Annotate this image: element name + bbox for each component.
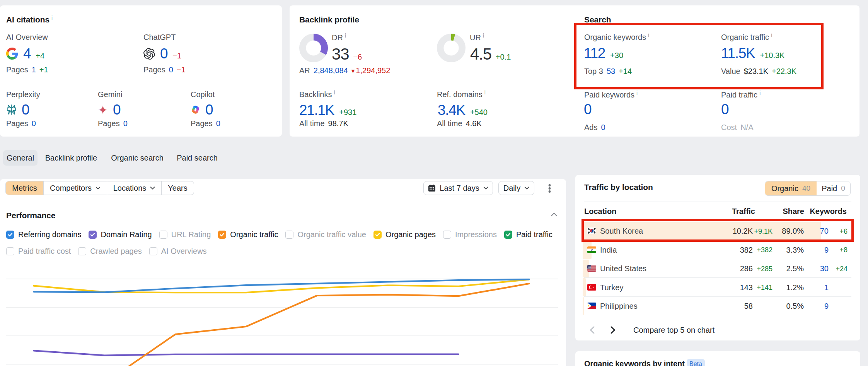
- checkbox-unchecked-icon[interactable]: [285, 231, 293, 239]
- keywords-value[interactable]: 30: [820, 264, 829, 273]
- table-row-philippines[interactable]: Philippines580.5%9: [575, 297, 860, 316]
- tab-general[interactable]: General: [3, 150, 38, 166]
- metric-checkbox-impressions[interactable]: Impressions: [443, 230, 497, 239]
- checkbox-unchecked-icon[interactable]: [149, 247, 157, 255]
- metric-checkbox-organic-traffic[interactable]: Organic traffic: [218, 230, 278, 239]
- metric-checkbox-organic-traffic-value[interactable]: Organic traffic value: [285, 230, 366, 239]
- metric-checkbox-domain-rating[interactable]: Domain Rating: [89, 230, 152, 239]
- info-icon[interactable]: i: [484, 89, 486, 96]
- ai-metric-label: Copilot: [191, 91, 220, 98]
- tab-paid-search[interactable]: Paid search: [171, 150, 224, 166]
- date-range-button[interactable]: Last 7 days: [423, 181, 493, 195]
- info-icon[interactable]: i: [759, 90, 761, 96]
- table-row-south-korea[interactable]: South Korea10.2K+9.1K89.0%70+6: [575, 222, 860, 241]
- keywords-value[interactable]: 70: [820, 227, 829, 236]
- backlinks-value[interactable]: 21.1K: [299, 103, 334, 117]
- ai-metric-value[interactable]: 4: [23, 46, 31, 61]
- metric-checkbox-url-rating[interactable]: URL Rating: [159, 230, 211, 239]
- granularity-button[interactable]: Daily: [498, 181, 534, 195]
- table-row-united-states[interactable]: United States286+2852.5%30+24: [575, 259, 860, 278]
- column-header-keywords[interactable]: Keywords: [810, 207, 847, 216]
- info-icon[interactable]: i: [648, 32, 649, 38]
- ur-label-row: URi: [470, 34, 484, 42]
- ur-donut-chart: [437, 34, 466, 62]
- ai-metric-value[interactable]: 0: [205, 103, 213, 117]
- performance-title: Performance: [6, 211, 55, 219]
- organic-keywords-label: Organic keywords: [584, 33, 646, 41]
- checkbox-checked-icon[interactable]: [373, 231, 382, 239]
- metric-checkbox-organic-pages[interactable]: Organic pages: [373, 230, 436, 239]
- pages-value[interactable]: 0: [123, 120, 128, 127]
- info-icon[interactable]: i: [771, 32, 772, 38]
- table-row-india[interactable]: India382+3823.3%9+8: [575, 240, 860, 259]
- keywords-by-intent-title: Organic keywords by intent: [584, 360, 685, 366]
- toggle-organic[interactable]: Organic 40: [765, 181, 817, 195]
- metric-checkbox-label: Organic pages: [385, 230, 436, 239]
- paid-traffic-value[interactable]: 0: [721, 102, 728, 116]
- checkbox-unchecked-icon[interactable]: [6, 247, 14, 255]
- checkbox-unchecked-icon[interactable]: [443, 231, 451, 239]
- pages-value[interactable]: 0: [32, 120, 36, 127]
- metric-checkbox-label: Domain Rating: [101, 230, 152, 239]
- ai-metric-label: Perplexity: [6, 91, 40, 98]
- pages-value[interactable]: 0: [169, 66, 173, 74]
- dr-delta: −6: [353, 53, 362, 61]
- ai-metric-value[interactable]: 0: [22, 103, 29, 117]
- pagination-next-button[interactable]: [608, 325, 618, 335]
- metric-checkbox-referring-domains[interactable]: Referring domains: [6, 230, 81, 239]
- paid-keywords-value[interactable]: 0: [584, 102, 591, 116]
- toolbar-divider: [0, 203, 566, 203]
- top3-value[interactable]: 53: [607, 67, 615, 75]
- tab-backlink-profile[interactable]: Backlink profile: [38, 150, 104, 166]
- compare-top5-link[interactable]: Compare top 5 on chart: [633, 326, 715, 335]
- organic-traffic-value[interactable]: 11.5K: [721, 46, 755, 60]
- info-icon[interactable]: i: [483, 32, 484, 39]
- collapse-chevron-up-icon[interactable]: [551, 212, 558, 217]
- tr-flag-icon: [587, 284, 596, 291]
- ur-value: 4.5: [470, 46, 491, 62]
- checkbox-checked-icon[interactable]: [504, 231, 512, 239]
- pages-value[interactable]: 1: [32, 66, 36, 74]
- info-icon[interactable]: i: [345, 32, 346, 39]
- checkbox-unchecked-icon[interactable]: [159, 231, 167, 239]
- checkbox-unchecked-icon[interactable]: [78, 247, 86, 255]
- keywords-delta: +24: [836, 265, 848, 273]
- column-header-traffic[interactable]: Traffic: [732, 207, 755, 216]
- traffic-by-location-title: Traffic by location: [584, 183, 653, 191]
- beta-badge: Beta: [687, 359, 705, 366]
- info-icon[interactable]: i: [334, 89, 335, 96]
- years-segment[interactable]: Years: [162, 181, 194, 195]
- checkbox-checked-icon[interactable]: [89, 231, 97, 239]
- share-value: 0.5%: [786, 302, 804, 311]
- ads-value[interactable]: 0: [601, 123, 605, 131]
- competitors-segment[interactable]: Competitors: [44, 181, 107, 195]
- ai-metric-value[interactable]: 0: [113, 103, 120, 117]
- table-row-turkey[interactable]: Turkey143+1411.2%1: [575, 278, 860, 297]
- metrics-segment[interactable]: Metrics: [6, 181, 44, 195]
- metric-checkbox-crawled-pages[interactable]: Crawled pages: [78, 247, 142, 256]
- toggle-paid[interactable]: Paid 0: [817, 181, 850, 195]
- keywords-value[interactable]: 9: [824, 302, 829, 311]
- keywords-value[interactable]: 9: [824, 246, 829, 255]
- keywords-value[interactable]: 1: [824, 283, 829, 292]
- organic-keywords-value[interactable]: 112: [584, 46, 605, 60]
- info-icon[interactable]: i: [51, 15, 53, 21]
- column-header-share[interactable]: Share: [783, 207, 804, 216]
- refdomains-value[interactable]: 3.4K: [438, 103, 465, 117]
- metric-checkbox-paid-traffic[interactable]: Paid traffic: [504, 230, 553, 239]
- ai-metric-ai-overview: AI Overview 4 +4 Pages 1 +1: [6, 33, 48, 74]
- ads-row: Ads 0: [584, 123, 605, 131]
- pages-value[interactable]: 0: [216, 120, 220, 127]
- more-options-button[interactable]: [542, 181, 557, 195]
- locations-segment[interactable]: Locations: [107, 181, 162, 195]
- pagination-prev-button[interactable]: [587, 325, 597, 335]
- checkbox-checked-icon[interactable]: [6, 231, 14, 239]
- info-icon[interactable]: i: [636, 90, 638, 96]
- metric-checkbox-ai-overviews[interactable]: AI Overviews: [149, 247, 207, 256]
- checkbox-checked-icon[interactable]: [218, 231, 226, 239]
- metric-checkbox-paid-traffic-cost[interactable]: Paid traffic cost: [6, 247, 71, 256]
- ai-metric-value[interactable]: 0: [160, 46, 167, 61]
- tab-organic-search[interactable]: Organic search: [105, 150, 170, 166]
- ai-metric-label: Gemini: [98, 91, 128, 98]
- ar-value[interactable]: 2,848,084: [314, 67, 348, 74]
